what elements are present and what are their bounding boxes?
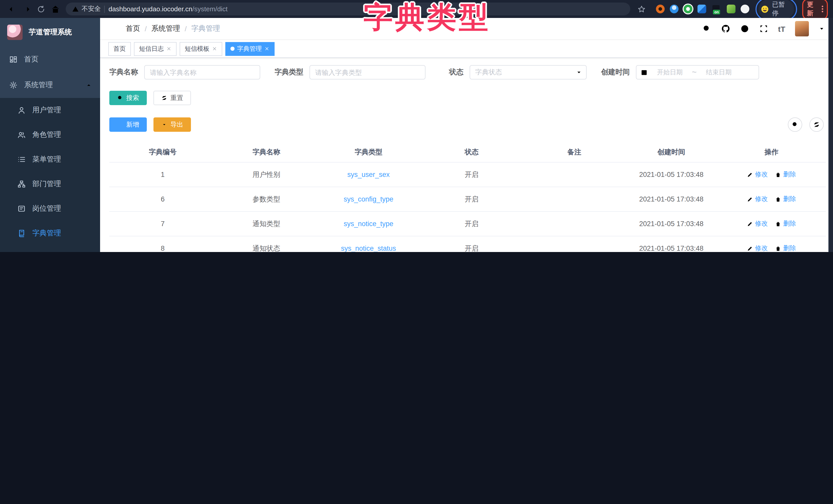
close-icon[interactable] xyxy=(212,46,217,51)
sidebar-item-dict-management[interactable]: 字典管理 xyxy=(0,221,100,246)
breadcrumb-current: 字典管理 xyxy=(191,24,220,33)
delete-link[interactable]: 删除 xyxy=(775,170,796,179)
fullscreen-icon[interactable] xyxy=(759,24,768,33)
browser-forward-button[interactable] xyxy=(20,2,34,16)
sidebar-item-role-management[interactable]: 角色管理 xyxy=(0,123,100,147)
table-row: 8通知状态 sys_notice_status 开启 2021-01-05 17… xyxy=(109,236,826,252)
edit-link[interactable]: 修改 xyxy=(747,195,768,204)
menu-list-icon xyxy=(18,155,26,163)
extension-blue-gem-icon[interactable] xyxy=(670,5,679,13)
dict-type-link[interactable]: sys_user_sex xyxy=(317,171,420,178)
chevron-up-icon xyxy=(86,82,92,88)
edit-link[interactable]: 修改 xyxy=(747,244,768,252)
close-icon[interactable] xyxy=(166,46,171,51)
dict-type-label: 字典类型 xyxy=(275,68,303,77)
breadcrumb-system[interactable]: 系统管理 xyxy=(151,24,180,33)
extension-toolbar: on xyxy=(656,5,749,13)
reset-button[interactable]: 重置 xyxy=(153,91,191,105)
users-icon xyxy=(18,131,26,139)
breadcrumb-home[interactable]: 首页 xyxy=(126,24,140,33)
pencil-icon xyxy=(747,172,753,178)
table-search-toggle-button[interactable] xyxy=(788,118,802,132)
bookmark-star-icon[interactable] xyxy=(634,2,649,16)
sidebar-item-department-management[interactable]: 部门管理 xyxy=(0,172,100,196)
sidebar-item-home[interactable]: 首页 xyxy=(0,47,100,72)
dict-name-input[interactable] xyxy=(144,65,260,79)
address-bar[interactable]: 不安全 dashboard.yudao.iocoder.cn/system/di… xyxy=(66,3,630,16)
delete-link[interactable]: 删除 xyxy=(775,244,796,252)
export-button[interactable]: 导出 xyxy=(153,118,191,132)
delete-link[interactable]: 删除 xyxy=(775,220,796,228)
extension-puzzle-icon[interactable] xyxy=(741,5,749,13)
font-size-icon[interactable]: tT xyxy=(778,24,785,33)
trash-icon xyxy=(775,245,781,251)
omnibox-divider xyxy=(104,5,105,12)
extension-green-circle-icon[interactable] xyxy=(684,5,692,13)
dict-type-link[interactable]: sys_notice_type xyxy=(317,220,420,228)
app-logo-row[interactable]: 芋道管理系统 xyxy=(0,18,100,47)
paused-label: 已暂停 xyxy=(772,0,789,18)
sidebar-item-post-management[interactable]: 岗位管理 xyxy=(0,196,100,221)
security-status[interactable]: 不安全 xyxy=(72,5,101,13)
extension-orange-icon[interactable] xyxy=(656,5,665,13)
date-range-picker[interactable]: ~ xyxy=(636,65,759,79)
close-icon[interactable] xyxy=(264,46,269,51)
tab-sms-log[interactable]: 短信日志 xyxy=(134,42,176,56)
download-icon xyxy=(161,122,167,128)
delete-link[interactable]: 删除 xyxy=(775,195,796,204)
table-row: 7通知类型 sys_notice_type 开启 2021-01-05 17:0… xyxy=(109,212,826,236)
extension-on-badge-icon[interactable]: on xyxy=(711,5,722,13)
app-header: 首页 / 系统管理 / 字典管理 tT xyxy=(100,18,833,40)
tag-view-bar: 首页 短信日志 短信模板 字典管理 xyxy=(100,40,833,58)
breadcrumb: 首页 / 系统管理 / 字典管理 xyxy=(126,24,220,33)
refresh-icon xyxy=(161,95,167,101)
hamburger-menu-icon[interactable] xyxy=(108,24,118,33)
dict-type-link[interactable]: sys_notice_status xyxy=(317,245,420,252)
user-avatar[interactable] xyxy=(795,21,809,36)
start-date-input[interactable] xyxy=(651,69,689,76)
header-search-icon[interactable] xyxy=(702,24,711,33)
dict-type-link[interactable]: sys_config_type xyxy=(317,195,420,203)
sidebar-item-user-management[interactable]: 用户管理 xyxy=(0,98,100,123)
github-icon[interactable] xyxy=(721,24,730,33)
main-area: 首页 / 系统管理 / 字典管理 tT 首页 短信日志 xyxy=(100,18,833,252)
tab-home[interactable]: 首页 xyxy=(108,42,131,56)
table-toolbar: 新增 导出 xyxy=(109,118,824,132)
search-actions: 搜索 重置 xyxy=(109,91,824,105)
browser-chrome: 不安全 dashboard.yudao.iocoder.cn/system/di… xyxy=(0,0,833,18)
browser-menu-icon[interactable] xyxy=(822,6,823,12)
search-button[interactable]: 搜索 xyxy=(109,91,147,105)
not-secure-label: 不安全 xyxy=(81,5,101,13)
id-badge-icon xyxy=(18,205,26,213)
browser-home-button[interactable] xyxy=(48,2,63,16)
end-date-input[interactable] xyxy=(700,69,738,76)
avatar-caret-down-icon[interactable] xyxy=(818,26,825,32)
table-refresh-button[interactable] xyxy=(809,118,824,132)
screen: 不安全 dashboard.yudao.iocoder.cn/system/di… xyxy=(0,0,833,252)
edit-link[interactable]: 修改 xyxy=(747,170,768,179)
extension-green-leaf-icon[interactable] xyxy=(727,5,736,13)
dict-type-input[interactable] xyxy=(309,65,426,79)
edit-link[interactable]: 修改 xyxy=(747,220,768,228)
tab-sms-template[interactable]: 短信模板 xyxy=(180,42,222,56)
browser-back-button[interactable] xyxy=(5,2,20,16)
paused-extension-badge[interactable]: 已暂停 xyxy=(759,0,794,19)
help-icon[interactable] xyxy=(740,24,749,33)
sidebar: 芋道管理系统 首页 系统管理 用户管理 角色管理 菜单管理 部门管理 xyxy=(0,18,100,252)
browser-reload-button[interactable] xyxy=(34,2,48,16)
dict-table: 字典编号字典名称 字典类型状态 备注创建时间 操作 1用户性别 sys_user… xyxy=(109,142,826,252)
browser-update-button[interactable]: 更新 xyxy=(807,0,818,18)
sidebar-item-notice-announcement[interactable]: 通知公告 xyxy=(0,246,100,252)
status-select[interactable]: 字典状态 xyxy=(470,65,587,79)
extension-blue-tiles-icon[interactable] xyxy=(697,5,706,13)
page-scrollbar[interactable] xyxy=(828,18,833,252)
pencil-icon xyxy=(747,245,753,251)
sidebar-item-system-management[interactable]: 系统管理 xyxy=(0,72,100,98)
pencil-icon xyxy=(747,221,753,227)
filter-form: 字典名称 字典类型 状态 字典状态 创建时间 ~ xyxy=(109,65,824,79)
search-icon xyxy=(117,95,123,101)
tab-dict-management[interactable]: 字典管理 xyxy=(225,42,275,56)
gear-icon xyxy=(9,81,18,89)
add-button[interactable]: 新增 xyxy=(109,118,147,132)
sidebar-item-menu-management[interactable]: 菜单管理 xyxy=(0,147,100,172)
